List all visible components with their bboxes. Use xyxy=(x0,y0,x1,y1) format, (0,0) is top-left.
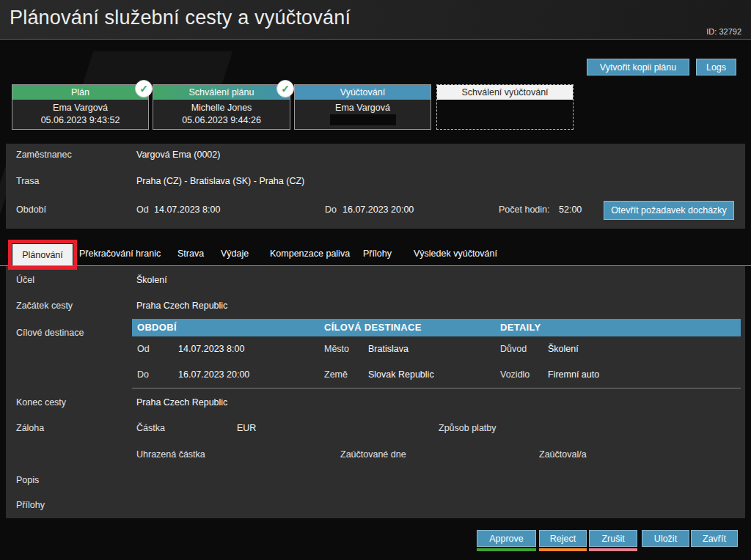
route-label: Trasa xyxy=(16,176,40,186)
row-dest-label: Země xyxy=(324,369,348,380)
trip-summary-panel: Zaměstnanec Vargová Ema (0002) Trasa Pra… xyxy=(6,144,745,229)
posted-date-label: Zaúčtované dne xyxy=(340,449,406,460)
reject-button[interactable]: Reject xyxy=(539,530,587,547)
paid-amount-label: Uhrazená částka xyxy=(136,449,205,460)
workflow-step-person: Michelle Jones xyxy=(191,102,252,114)
route-value: Praha (CZ) - Bratislava (SK) - Praha (CZ… xyxy=(136,176,304,186)
row-detail-value: Školení xyxy=(548,344,579,354)
row-detail-label: Vozidlo xyxy=(500,369,530,380)
table-row: Do 16.07.2023 20:00 Země Slovak Republic… xyxy=(132,362,741,388)
period-from-value: 14.07.2023 8:00 xyxy=(154,205,220,215)
destinations-label: Cílové destinace xyxy=(16,328,84,338)
workflow-step-plan-approval: Schválení plánu Michelle Jones 05.06.202… xyxy=(153,84,290,130)
workflow-step-title: Plán xyxy=(12,85,148,100)
employee-label: Zaměstnanec xyxy=(16,150,72,160)
row-period-label: Od xyxy=(137,344,150,354)
payment-method-label: Způsob platby xyxy=(439,423,497,433)
background-pattern xyxy=(83,51,233,84)
hours-label: Počet hodin: xyxy=(499,205,550,215)
purpose-value: Školení xyxy=(136,275,167,285)
trip-end-value: Praha Czech Republic xyxy=(136,397,227,408)
column-header-period: OBDOBÍ xyxy=(137,322,177,333)
title-bar: Plánování služební cesty a vyúčtování ID… xyxy=(0,0,751,40)
check-icon: ✓ xyxy=(276,80,294,97)
workflow-step-title: Vyúčtování xyxy=(295,85,431,100)
workflow-step-person: Ema Vargová xyxy=(53,102,108,114)
currency-value: EUR xyxy=(237,423,256,433)
destinations-table-header: OBDOBÍ CÍLOVÁ DESTINACE DETAILY xyxy=(132,319,741,336)
workflow-step-plan: Plán Ema Vargová 05.06.2023 9:43:52 ✓ xyxy=(12,84,149,130)
logs-button[interactable]: Logs xyxy=(696,59,736,75)
row-dest-value: Bratislava xyxy=(368,344,409,354)
redacted-timestamp xyxy=(330,114,396,125)
tab-planovani[interactable]: Plánování xyxy=(12,244,73,265)
tab-prilohy[interactable]: Přílohy xyxy=(363,248,392,259)
tab-strava[interactable]: Strava xyxy=(177,248,204,259)
period-from-label: Od xyxy=(136,205,149,215)
row-dest-value: Slovak Republic xyxy=(368,369,434,380)
workflow-step-timestamp: 05.06.2023 9:43:52 xyxy=(41,114,120,127)
column-header-details: DETAILY xyxy=(500,322,541,333)
workflow-step-title: Schválení vyúčtování xyxy=(437,85,573,100)
row-detail-value: Firemní auto xyxy=(548,369,599,380)
trip-start-label: Začátek cesty xyxy=(16,301,73,311)
workflow-step-timestamp: 05.06.2023 9:44:26 xyxy=(182,114,261,127)
period-to-label: Do xyxy=(325,205,337,215)
row-period-value: 16.07.2023 20:00 xyxy=(178,369,249,380)
save-button[interactable]: Uložit xyxy=(642,530,689,547)
reject-indicator xyxy=(539,548,587,551)
workflow-step-settlement-approval: Schválení vyúčtování xyxy=(436,84,574,130)
row-period-value: 14.07.2023 8:00 xyxy=(178,344,244,354)
page-title: Plánování služební cesty a vyúčtování xyxy=(10,7,351,29)
purpose-label: Účel xyxy=(16,275,34,285)
workflow-step-title: Schválení plánu xyxy=(153,85,290,100)
advance-label: Záloha xyxy=(16,423,44,433)
employee-value: Vargová Ema (0002) xyxy=(136,150,220,160)
row-dest-label: Město xyxy=(324,344,349,354)
row-detail-label: Důvod xyxy=(500,344,527,354)
workflow-step-person: Ema Vargová xyxy=(335,102,390,114)
amount-label: Částka xyxy=(136,423,165,433)
tab-prekracovani-hranic[interactable]: Překračování hranic xyxy=(79,248,161,259)
trip-end-label: Konec cesty xyxy=(16,397,66,408)
column-header-destination: CÍLOVÁ DESTINACE xyxy=(324,322,422,333)
cancel-indicator xyxy=(589,548,637,551)
trip-start-value: Praha Czech Republic xyxy=(136,301,227,311)
tab-vydaje[interactable]: Výdaje xyxy=(221,248,249,259)
description-label: Popis xyxy=(16,475,39,485)
approve-indicator xyxy=(477,548,536,551)
approve-button[interactable]: Approve xyxy=(477,530,536,547)
workflow-step-settlement: Vyúčtování Ema Vargová xyxy=(294,84,431,130)
window: Plánování služební cesty a vyúčtování ID… xyxy=(0,0,751,560)
row-period-label: Do xyxy=(137,369,149,380)
attachments-label: Přílohy xyxy=(16,500,45,510)
destinations-table: OBDOBÍ CÍLOVÁ DESTINACE DETAILY Od 14.07… xyxy=(132,319,741,388)
tab-kompenzace-paliva[interactable]: Kompenzace paliva xyxy=(270,248,350,259)
open-attendance-request-button[interactable]: Otevřít požadavek docházky xyxy=(604,201,734,220)
table-row: Od 14.07.2023 8:00 Město Bratislava Důvo… xyxy=(132,336,741,362)
cancel-button[interactable]: Zrušit xyxy=(589,530,637,547)
planning-form-panel: Účel Školení Začátek cesty Praha Czech R… xyxy=(6,266,745,518)
posted-by-label: Zaúčtoval/a xyxy=(539,449,587,460)
period-to-value: 16.07.2023 20:00 xyxy=(342,205,414,215)
close-button[interactable]: Zavřít xyxy=(691,530,738,547)
check-icon: ✓ xyxy=(135,80,153,97)
record-id: ID: 32792 xyxy=(706,27,741,36)
hours-value: 52:00 xyxy=(559,205,582,215)
create-plan-copy-button[interactable]: Vytvořit kopii plánu xyxy=(587,59,689,75)
tab-vysledek-vyuctovani[interactable]: Výsledek vyúčtování xyxy=(414,248,497,259)
period-label: Období xyxy=(16,205,46,215)
